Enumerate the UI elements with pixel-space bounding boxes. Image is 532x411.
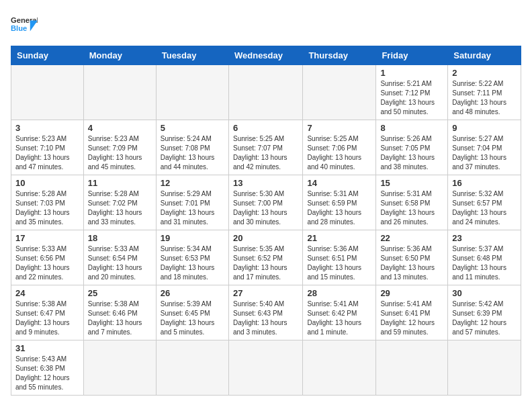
week-row-5: 31Sunrise: 5:43 AM Sunset: 6:38 PM Dayli… <box>11 340 521 396</box>
day-info: Sunrise: 5:22 AM Sunset: 7:11 PM Dayligh… <box>452 79 517 117</box>
day-info: Sunrise: 5:36 AM Sunset: 6:51 PM Dayligh… <box>307 244 371 282</box>
calendar-cell: 2Sunrise: 5:22 AM Sunset: 7:11 PM Daylig… <box>448 65 521 120</box>
day-info: Sunrise: 5:33 AM Sunset: 6:56 PM Dayligh… <box>15 244 79 282</box>
calendar-cell: 14Sunrise: 5:31 AM Sunset: 6:59 PM Dayli… <box>303 175 376 230</box>
day-info: Sunrise: 5:21 AM Sunset: 7:12 PM Dayligh… <box>380 79 443 117</box>
day-info: Sunrise: 5:32 AM Sunset: 6:57 PM Dayligh… <box>452 189 517 227</box>
day-info: Sunrise: 5:23 AM Sunset: 7:09 PM Dayligh… <box>88 134 152 172</box>
calendar-cell: 22Sunrise: 5:36 AM Sunset: 6:50 PM Dayli… <box>376 230 448 285</box>
day-info: Sunrise: 5:42 AM Sunset: 6:39 PM Dayligh… <box>452 300 517 337</box>
calendar-cell: 8Sunrise: 5:26 AM Sunset: 7:05 PM Daylig… <box>376 120 448 175</box>
day-number: 3 <box>15 123 79 133</box>
day-info: Sunrise: 5:40 AM Sunset: 6:43 PM Dayligh… <box>233 300 298 337</box>
calendar-cell: 25Sunrise: 5:38 AM Sunset: 6:46 PM Dayli… <box>83 285 156 340</box>
day-number: 13 <box>233 178 298 188</box>
calendar-cell <box>228 340 302 396</box>
day-number: 11 <box>88 178 152 188</box>
day-number: 30 <box>452 288 517 298</box>
day-number: 23 <box>452 233 517 243</box>
day-number: 20 <box>233 233 298 243</box>
day-info: Sunrise: 5:33 AM Sunset: 6:54 PM Dayligh… <box>88 244 152 282</box>
calendar-cell: 11Sunrise: 5:28 AM Sunset: 7:02 PM Dayli… <box>83 175 156 230</box>
day-number: 15 <box>380 178 443 188</box>
calendar-cell: 24Sunrise: 5:38 AM Sunset: 6:47 PM Dayli… <box>11 285 84 340</box>
day-info: Sunrise: 5:28 AM Sunset: 7:03 PM Dayligh… <box>15 189 79 227</box>
day-number: 1 <box>380 68 443 78</box>
calendar-cell: 13Sunrise: 5:30 AM Sunset: 7:00 PM Dayli… <box>228 175 302 230</box>
weekday-header-sunday: Sunday <box>11 46 84 65</box>
calendar-cell: 23Sunrise: 5:37 AM Sunset: 6:48 PM Dayli… <box>448 230 521 285</box>
calendar-cell: 7Sunrise: 5:25 AM Sunset: 7:06 PM Daylig… <box>303 120 376 175</box>
calendar-cell: 30Sunrise: 5:42 AM Sunset: 6:39 PM Dayli… <box>448 285 521 340</box>
calendar-cell: 10Sunrise: 5:28 AM Sunset: 7:03 PM Dayli… <box>11 175 84 230</box>
generalblue-logo-icon: General Blue <box>11 11 38 38</box>
weekday-header-monday: Monday <box>83 46 156 65</box>
calendar-cell <box>303 340 376 396</box>
weekday-header-tuesday: Tuesday <box>156 46 228 65</box>
calendar-cell: 15Sunrise: 5:31 AM Sunset: 6:58 PM Dayli… <box>376 175 448 230</box>
calendar-cell: 6Sunrise: 5:25 AM Sunset: 7:07 PM Daylig… <box>228 120 302 175</box>
calendar-cell: 17Sunrise: 5:33 AM Sunset: 6:56 PM Dayli… <box>11 230 84 285</box>
day-info: Sunrise: 5:25 AM Sunset: 7:07 PM Dayligh… <box>233 134 298 172</box>
day-number: 2 <box>452 68 517 78</box>
day-info: Sunrise: 5:23 AM Sunset: 7:10 PM Dayligh… <box>15 134 79 172</box>
weekday-header-friday: Friday <box>376 46 448 65</box>
calendar-cell: 28Sunrise: 5:41 AM Sunset: 6:42 PM Dayli… <box>303 285 376 340</box>
day-info: Sunrise: 5:38 AM Sunset: 6:46 PM Dayligh… <box>88 300 152 337</box>
week-row-1: 3Sunrise: 5:23 AM Sunset: 7:10 PM Daylig… <box>11 120 521 175</box>
calendar-cell <box>448 340 521 396</box>
day-info: Sunrise: 5:24 AM Sunset: 7:08 PM Dayligh… <box>161 134 224 172</box>
day-number: 28 <box>307 288 371 298</box>
day-info: Sunrise: 5:41 AM Sunset: 6:41 PM Dayligh… <box>380 300 443 337</box>
day-number: 29 <box>380 288 443 298</box>
day-info: Sunrise: 5:37 AM Sunset: 6:48 PM Dayligh… <box>452 244 517 282</box>
day-number: 17 <box>15 233 79 243</box>
week-row-4: 24Sunrise: 5:38 AM Sunset: 6:47 PM Dayli… <box>11 285 521 340</box>
day-number: 4 <box>88 123 152 133</box>
calendar-cell: 19Sunrise: 5:34 AM Sunset: 6:53 PM Dayli… <box>156 230 228 285</box>
day-number: 8 <box>380 123 443 133</box>
day-number: 31 <box>15 343 79 353</box>
day-number: 22 <box>380 233 443 243</box>
calendar-cell <box>156 340 228 396</box>
day-info: Sunrise: 5:43 AM Sunset: 6:38 PM Dayligh… <box>15 355 79 392</box>
day-info: Sunrise: 5:29 AM Sunset: 7:01 PM Dayligh… <box>161 189 224 227</box>
calendar-cell: 29Sunrise: 5:41 AM Sunset: 6:41 PM Dayli… <box>376 285 448 340</box>
day-info: Sunrise: 5:27 AM Sunset: 7:04 PM Dayligh… <box>452 134 517 172</box>
logo-area: General Blue <box>11 11 38 38</box>
day-number: 5 <box>161 123 224 133</box>
calendar-cell: 18Sunrise: 5:33 AM Sunset: 6:54 PM Dayli… <box>83 230 156 285</box>
calendar-cell: 31Sunrise: 5:43 AM Sunset: 6:38 PM Dayli… <box>11 340 84 396</box>
calendar-cell: 21Sunrise: 5:36 AM Sunset: 6:51 PM Dayli… <box>303 230 376 285</box>
calendar-table: SundayMondayTuesdayWednesdayThursdayFrid… <box>11 46 521 396</box>
calendar-cell: 3Sunrise: 5:23 AM Sunset: 7:10 PM Daylig… <box>11 120 84 175</box>
day-info: Sunrise: 5:34 AM Sunset: 6:53 PM Dayligh… <box>161 244 224 282</box>
header: General Blue <box>11 11 521 38</box>
day-info: Sunrise: 5:36 AM Sunset: 6:50 PM Dayligh… <box>380 244 443 282</box>
day-number: 21 <box>307 233 371 243</box>
calendar-cell <box>11 65 84 120</box>
day-info: Sunrise: 5:26 AM Sunset: 7:05 PM Dayligh… <box>380 134 443 172</box>
calendar-cell: 4Sunrise: 5:23 AM Sunset: 7:09 PM Daylig… <box>83 120 156 175</box>
day-number: 9 <box>452 123 517 133</box>
day-info: Sunrise: 5:31 AM Sunset: 6:58 PM Dayligh… <box>380 189 443 227</box>
calendar-cell: 5Sunrise: 5:24 AM Sunset: 7:08 PM Daylig… <box>156 120 228 175</box>
calendar-cell <box>303 65 376 120</box>
weekday-header-wednesday: Wednesday <box>228 46 302 65</box>
calendar-cell: 20Sunrise: 5:35 AM Sunset: 6:52 PM Dayli… <box>228 230 302 285</box>
calendar-cell: 16Sunrise: 5:32 AM Sunset: 6:57 PM Dayli… <box>448 175 521 230</box>
calendar-cell: 26Sunrise: 5:39 AM Sunset: 6:45 PM Dayli… <box>156 285 228 340</box>
day-info: Sunrise: 5:30 AM Sunset: 7:00 PM Dayligh… <box>233 189 298 227</box>
day-info: Sunrise: 5:31 AM Sunset: 6:59 PM Dayligh… <box>307 189 371 227</box>
calendar-cell <box>228 65 302 120</box>
calendar-cell <box>83 340 156 396</box>
day-number: 18 <box>88 233 152 243</box>
day-info: Sunrise: 5:38 AM Sunset: 6:47 PM Dayligh… <box>15 300 79 337</box>
calendar-cell: 1Sunrise: 5:21 AM Sunset: 7:12 PM Daylig… <box>376 65 448 120</box>
weekday-header-saturday: Saturday <box>448 46 521 65</box>
calendar-cell: 9Sunrise: 5:27 AM Sunset: 7:04 PM Daylig… <box>448 120 521 175</box>
day-info: Sunrise: 5:39 AM Sunset: 6:45 PM Dayligh… <box>161 300 224 337</box>
day-number: 24 <box>15 288 79 298</box>
svg-text:Blue: Blue <box>11 24 27 32</box>
day-number: 6 <box>233 123 298 133</box>
